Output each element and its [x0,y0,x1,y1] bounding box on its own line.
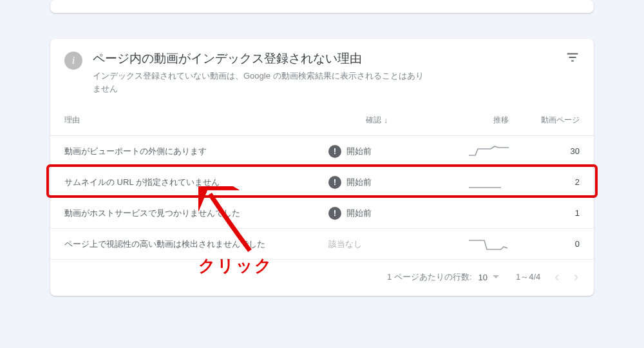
sparkline-icon [469,144,509,159]
table-header: 理由 確認 ↓ 推移 動画ページ [50,105,594,136]
status-text: 開始前 [346,208,372,219]
rows-per-page-value: 10 [478,273,488,282]
col-reason: 理由 [64,115,328,126]
page: i ページ内の動画がインデックス登録されない理由 インデックス登録されていない動… [0,0,644,296]
next-page-button[interactable]: › [574,270,578,284]
reason-text: サムネイルの URL が指定されていません [64,177,328,188]
reason-text: 動画がホストサービスで見つかりませんでした [64,208,328,219]
card-subtitle: インデックス登録されていない動画は、Google の動画検索結果に表示されること… [93,70,428,95]
col-confirm-label: 確認 [366,115,381,126]
sparkline-icon [469,237,509,252]
status-cell: ! 開始前 [328,207,425,220]
warning-icon: ! [328,207,341,220]
page-range: 1～4/4 [516,271,540,283]
table-row[interactable]: 動画がビューポートの外側にあります ! 開始前 30 [50,136,594,167]
chevron-down-icon [490,271,502,283]
prev-card-bottom-edge [50,0,594,13]
rows-per-page-select[interactable]: 10 [478,271,502,283]
count-cell: 2 [509,177,580,187]
status-cell: 該当なし [328,238,425,250]
filter-icon[interactable] [565,50,580,64]
status-text: 開始前 [346,177,372,188]
col-confirm[interactable]: 確認 ↓ [328,115,425,126]
trend-cell [425,144,509,159]
trend-cell [425,237,509,252]
count-cell: 1 [509,208,580,218]
count-cell: 30 [509,146,580,156]
reason-text: ページ上で視認性の高い動画は検出されませんでした [64,238,328,250]
prev-page-button[interactable]: ‹ [554,270,559,284]
reason-text: 動画がビューポートの外側にあります [64,146,328,157]
status-cell: ! 開始前 [328,176,425,189]
reasons-card: i ページ内の動画がインデックス登録されない理由 インデックス登録されていない動… [50,39,594,296]
status-text: 開始前 [346,146,372,157]
rows-per-page: 1 ページあたりの行数: 10 [387,271,502,283]
rows-per-page-label: 1 ページあたりの行数: [387,271,471,283]
reasons-table: 理由 確認 ↓ 推移 動画ページ 動画がビューポートの外側にあります ! 開始前 [50,105,594,260]
card-header: i ページ内の動画がインデックス登録されない理由 インデックス登録されていない動… [50,39,594,105]
status-cell: ! 開始前 [328,145,425,158]
warning-icon: ! [328,145,341,158]
sparkline-icon [469,175,509,190]
count-cell: 0 [509,239,580,249]
sort-desc-icon: ↓ [384,116,388,125]
header-text: ページ内の動画がインデックス登録されない理由 インデックス登録されていない動画は… [93,50,565,95]
col-count: 動画ページ [509,115,580,126]
col-trend: 推移 [425,115,509,126]
card-title: ページ内の動画がインデックス登録されない理由 [93,50,565,67]
warning-icon: ! [328,176,341,189]
table-row[interactable]: ページ上で視認性の高い動画は検出されませんでした 該当なし 0 [50,229,594,260]
info-icon: i [64,52,82,70]
table-row[interactable]: 動画がホストサービスで見つかりませんでした ! 開始前 1 [50,198,594,229]
status-text: 該当なし [328,238,362,250]
table-row[interactable]: サムネイルの URL が指定されていません ! 開始前 2 [50,167,594,198]
trend-cell [425,175,509,190]
table-footer: 1 ページあたりの行数: 10 1～4/4 ‹ › [50,260,594,296]
